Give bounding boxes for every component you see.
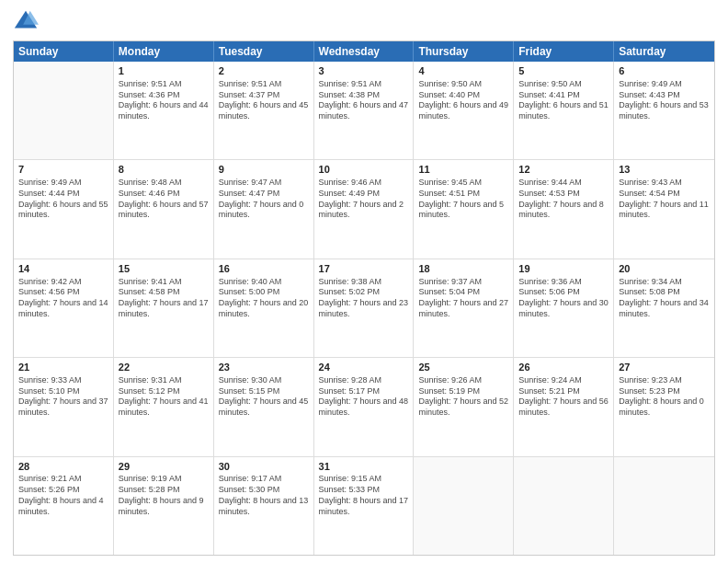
day-number: 21 (18, 361, 108, 374)
day-number: 19 (518, 262, 609, 276)
day-number: 13 (619, 163, 710, 177)
day-info: Sunrise: 9:24 AMSunset: 5:21 PMDaylight:… (518, 375, 609, 419)
calendar-cell (614, 457, 714, 555)
calendar-week-row: 21Sunrise: 9:33 AMSunset: 5:10 PMDayligh… (14, 358, 714, 456)
day-info: Sunrise: 9:28 AMSunset: 5:17 PMDaylight:… (319, 375, 409, 419)
calendar-week-row: 14Sunrise: 9:42 AMSunset: 4:56 PMDayligh… (14, 259, 714, 358)
day-number: 31 (319, 460, 409, 474)
calendar-cell: 5Sunrise: 9:50 AMSunset: 4:41 PMDaylight… (514, 62, 614, 159)
calendar-cell: 17Sunrise: 9:38 AMSunset: 5:02 PMDayligh… (314, 259, 415, 357)
day-info: Sunrise: 9:51 AMSunset: 4:36 PMDaylight:… (119, 79, 209, 122)
day-number: 25 (418, 361, 508, 374)
calendar-cell: 24Sunrise: 9:28 AMSunset: 5:17 PMDayligh… (314, 358, 415, 455)
day-info: Sunrise: 9:49 AMSunset: 4:44 PMDaylight:… (18, 178, 108, 221)
calendar-cell: 3Sunrise: 9:51 AMSunset: 4:38 PMDaylight… (314, 62, 415, 159)
day-number: 30 (219, 460, 309, 474)
day-info: Sunrise: 9:50 AMSunset: 4:41 PMDaylight:… (518, 79, 609, 122)
day-number: 3 (319, 64, 409, 78)
weekday-header: Tuesday (214, 41, 314, 62)
calendar-cell (14, 62, 114, 159)
day-info: Sunrise: 9:15 AMSunset: 5:33 PMDaylight:… (319, 474, 409, 517)
calendar-cell: 9Sunrise: 9:47 AMSunset: 4:47 PMDaylight… (214, 160, 314, 258)
day-number: 2 (219, 64, 309, 78)
day-info: Sunrise: 9:37 AMSunset: 5:04 PMDaylight:… (418, 277, 508, 320)
calendar-cell: 22Sunrise: 9:31 AMSunset: 5:12 PMDayligh… (114, 358, 214, 455)
calendar-cell: 16Sunrise: 9:40 AMSunset: 5:00 PMDayligh… (214, 259, 314, 357)
day-info: Sunrise: 9:51 AMSunset: 4:37 PMDaylight:… (219, 79, 309, 122)
day-info: Sunrise: 9:47 AMSunset: 4:47 PMDaylight:… (219, 178, 309, 221)
calendar-cell: 8Sunrise: 9:48 AMSunset: 4:46 PMDaylight… (114, 160, 214, 258)
day-number: 6 (619, 64, 710, 78)
day-number: 8 (119, 163, 209, 177)
day-info: Sunrise: 9:23 AMSunset: 5:23 PMDaylight:… (619, 375, 710, 419)
day-info: Sunrise: 9:44 AMSunset: 4:53 PMDaylight:… (518, 178, 609, 221)
day-number: 20 (619, 262, 710, 276)
calendar-cell: 10Sunrise: 9:46 AMSunset: 4:49 PMDayligh… (314, 160, 415, 258)
calendar-cell: 26Sunrise: 9:24 AMSunset: 5:21 PMDayligh… (514, 358, 614, 455)
day-info: Sunrise: 9:38 AMSunset: 5:02 PMDaylight:… (319, 277, 409, 320)
weekday-header: Saturday (614, 41, 714, 62)
day-info: Sunrise: 9:19 AMSunset: 5:28 PMDaylight:… (119, 474, 209, 517)
calendar-cell (514, 457, 614, 555)
day-info: Sunrise: 9:50 AMSunset: 4:40 PMDaylight:… (418, 79, 508, 122)
day-info: Sunrise: 9:17 AMSunset: 5:30 PMDaylight:… (219, 474, 309, 517)
calendar-week-row: 1Sunrise: 9:51 AMSunset: 4:36 PMDaylight… (14, 62, 714, 160)
weekday-header: Wednesday (314, 41, 415, 62)
day-info: Sunrise: 9:31 AMSunset: 5:12 PMDaylight:… (119, 375, 209, 419)
day-number: 27 (619, 361, 710, 374)
weekday-header: Monday (114, 41, 214, 62)
calendar-cell: 14Sunrise: 9:42 AMSunset: 4:56 PMDayligh… (14, 259, 114, 357)
calendar-cell: 18Sunrise: 9:37 AMSunset: 5:04 PMDayligh… (414, 259, 514, 357)
day-info: Sunrise: 9:48 AMSunset: 4:46 PMDaylight:… (119, 178, 209, 221)
calendar-cell: 7Sunrise: 9:49 AMSunset: 4:44 PMDaylight… (14, 160, 114, 258)
day-number: 10 (319, 163, 409, 177)
day-number: 17 (319, 262, 409, 276)
calendar: SundayMondayTuesdayWednesdayThursdayFrid… (13, 40, 715, 556)
calendar-cell: 15Sunrise: 9:41 AMSunset: 4:58 PMDayligh… (114, 259, 214, 357)
day-info: Sunrise: 9:46 AMSunset: 4:49 PMDaylight:… (319, 178, 409, 221)
calendar-header: SundayMondayTuesdayWednesdayThursdayFrid… (14, 41, 714, 62)
day-info: Sunrise: 9:49 AMSunset: 4:43 PMDaylight:… (619, 79, 710, 122)
day-info: Sunrise: 9:33 AMSunset: 5:10 PMDaylight:… (18, 375, 108, 419)
calendar-cell: 23Sunrise: 9:30 AMSunset: 5:15 PMDayligh… (214, 358, 314, 455)
calendar-cell: 27Sunrise: 9:23 AMSunset: 5:23 PMDayligh… (614, 358, 714, 455)
day-number: 12 (518, 163, 609, 177)
day-info: Sunrise: 9:26 AMSunset: 5:19 PMDaylight:… (418, 375, 508, 419)
calendar-cell: 12Sunrise: 9:44 AMSunset: 4:53 PMDayligh… (514, 160, 614, 258)
day-number: 26 (518, 361, 609, 374)
day-number: 9 (219, 163, 309, 177)
day-info: Sunrise: 9:30 AMSunset: 5:15 PMDaylight:… (219, 375, 309, 419)
day-info: Sunrise: 9:43 AMSunset: 4:54 PMDaylight:… (619, 178, 710, 221)
calendar-cell: 25Sunrise: 9:26 AMSunset: 5:19 PMDayligh… (414, 358, 514, 455)
calendar-body: 1Sunrise: 9:51 AMSunset: 4:36 PMDaylight… (14, 62, 714, 555)
day-number: 11 (418, 163, 508, 177)
calendar-cell: 30Sunrise: 9:17 AMSunset: 5:30 PMDayligh… (214, 457, 314, 555)
day-info: Sunrise: 9:41 AMSunset: 4:58 PMDaylight:… (119, 277, 209, 320)
day-info: Sunrise: 9:34 AMSunset: 5:08 PMDaylight:… (619, 277, 710, 320)
calendar-cell: 21Sunrise: 9:33 AMSunset: 5:10 PMDayligh… (14, 358, 114, 455)
day-number: 7 (18, 163, 108, 177)
day-info: Sunrise: 9:21 AMSunset: 5:26 PMDaylight:… (18, 474, 108, 517)
calendar-cell: 29Sunrise: 9:19 AMSunset: 5:28 PMDayligh… (114, 457, 214, 555)
day-number: 29 (119, 460, 209, 474)
calendar-cell: 28Sunrise: 9:21 AMSunset: 5:26 PMDayligh… (14, 457, 114, 555)
day-info: Sunrise: 9:51 AMSunset: 4:38 PMDaylight:… (319, 79, 409, 122)
calendar-cell (414, 457, 514, 555)
day-number: 28 (18, 460, 108, 474)
day-number: 1 (119, 64, 209, 78)
logo (13, 9, 42, 35)
header (13, 9, 715, 35)
calendar-cell: 4Sunrise: 9:50 AMSunset: 4:40 PMDaylight… (414, 62, 514, 159)
day-info: Sunrise: 9:42 AMSunset: 4:56 PMDaylight:… (18, 277, 108, 320)
day-number: 14 (18, 262, 108, 276)
day-number: 5 (518, 64, 609, 78)
calendar-week-row: 28Sunrise: 9:21 AMSunset: 5:26 PMDayligh… (14, 457, 714, 555)
day-number: 23 (219, 361, 309, 374)
calendar-cell: 1Sunrise: 9:51 AMSunset: 4:36 PMDaylight… (114, 62, 214, 159)
day-number: 24 (319, 361, 409, 374)
calendar-week-row: 7Sunrise: 9:49 AMSunset: 4:44 PMDaylight… (14, 160, 714, 259)
page: SundayMondayTuesdayWednesdayThursdayFrid… (0, 0, 728, 563)
day-info: Sunrise: 9:36 AMSunset: 5:06 PMDaylight:… (518, 277, 609, 320)
calendar-cell: 2Sunrise: 9:51 AMSunset: 4:37 PMDaylight… (214, 62, 314, 159)
logo-icon (13, 9, 39, 35)
